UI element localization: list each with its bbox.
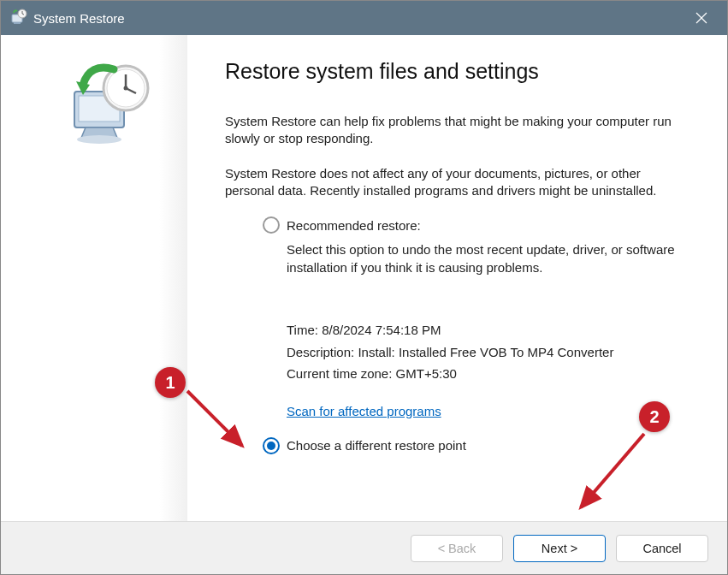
recommended-description: Select this option to undo the most rece…	[287, 240, 693, 276]
radio-choose-different[interactable]	[263, 437, 280, 454]
detail-timezone: Current time zone: GMT+5:30	[287, 363, 693, 385]
svg-point-11	[124, 86, 128, 91]
intro-para-1: System Restore can help fix problems tha…	[225, 113, 693, 148]
dialog-body: Restore system files and settings System…	[1, 35, 727, 521]
radio-choose-row[interactable]: Choose a different restore point	[263, 437, 693, 454]
choose-different-group: Choose a different restore point	[263, 437, 693, 454]
radio-recommended-row[interactable]: Recommended restore:	[263, 216, 693, 234]
right-pane: Restore system files and settings System…	[187, 35, 727, 521]
next-button[interactable]: Next >	[513, 535, 606, 562]
close-icon[interactable]	[684, 1, 719, 35]
title-bar: System Restore	[1, 1, 727, 35]
left-pane	[1, 35, 187, 521]
annotation-badge-2: 2	[639, 401, 670, 432]
back-button: < Back	[411, 535, 503, 562]
cancel-button[interactable]: Cancel	[616, 535, 708, 562]
annotation-badge-1: 1	[155, 367, 186, 398]
options-group: Recommended restore:	[263, 216, 693, 234]
dialog-footer: < Back Next > Cancel	[1, 521, 727, 574]
svg-rect-1	[14, 22, 21, 24]
window-title: System Restore	[33, 11, 684, 26]
restore-app-icon	[9, 8, 28, 29]
radio-recommended[interactable]	[263, 216, 280, 234]
scan-affected-link[interactable]: Scan for affected programs	[287, 404, 441, 418]
radio-choose-label: Choose a different restore point	[287, 438, 466, 453]
detail-description: Description: Install: Installed Free VOB…	[287, 341, 693, 364]
restore-details: Time: 8/8/2024 7:54:18 PM Description: I…	[287, 319, 693, 385]
restore-large-icon	[30, 141, 158, 156]
radio-recommended-label: Recommended restore:	[287, 218, 421, 233]
intro-para-2: System Restore does not affect any of yo…	[225, 165, 693, 200]
detail-time: Time: 8/8/2024 7:54:18 PM	[287, 319, 693, 341]
svg-point-6	[77, 135, 121, 144]
page-heading: Restore system files and settings	[225, 59, 693, 84]
